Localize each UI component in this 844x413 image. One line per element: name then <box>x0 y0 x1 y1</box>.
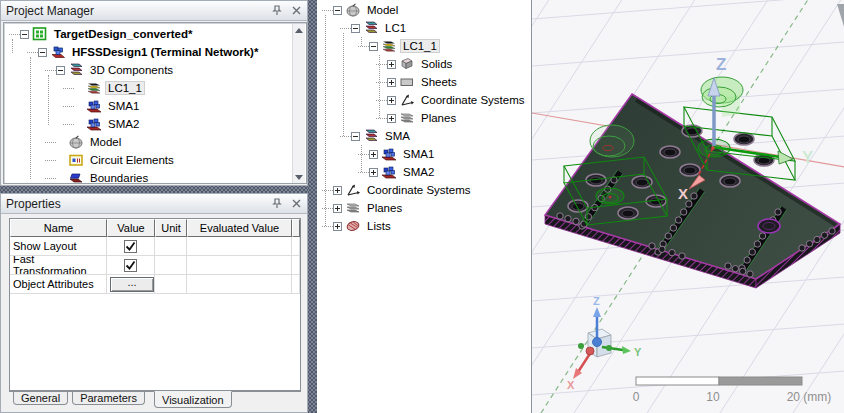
tree-item-targetdesign-converted[interactable]: TargetDesign_converted* <box>5 25 291 43</box>
expand-toggle-icon[interactable] <box>387 114 396 123</box>
project-manager-title: Project Manager <box>6 4 264 18</box>
tree-item-label: Coordinate Systems <box>365 184 473 196</box>
properties-tabs: GeneralParametersVisualization <box>9 391 301 411</box>
tree-connector <box>340 136 351 137</box>
x-axis-label: X <box>678 185 688 202</box>
tree-item-label: LC1 <box>383 22 408 34</box>
y-axis-label: Y <box>802 148 814 167</box>
lists-icon <box>345 219 362 233</box>
tree-item-model[interactable]: Model <box>5 133 291 151</box>
orientation-triad[interactable]: Z Y X <box>567 295 642 391</box>
collapse-toggle-icon[interactable] <box>369 42 378 51</box>
tree-item-circuit-elements[interactable]: Circuit Elements <box>5 151 291 169</box>
tree-item-sma1[interactable]: SMA1 <box>318 145 531 163</box>
tree-item-label: LC1_1 <box>106 82 144 94</box>
tree-connector <box>358 154 369 155</box>
viewport-corner-widget <box>837 4 844 30</box>
tree-connector <box>45 70 56 71</box>
collapse-toggle-icon[interactable] <box>38 48 47 57</box>
column-header-unit[interactable]: Unit <box>155 219 187 237</box>
tree-item-boundaries[interactable]: Boundaries <box>5 169 291 184</box>
tree-item-label: SMA2 <box>106 118 141 130</box>
tree-item-label: Coordinate Systems <box>419 94 527 106</box>
tree-item-sma[interactable]: SMA <box>318 127 531 145</box>
tree-connector <box>358 172 369 173</box>
expand-toggle-icon[interactable] <box>387 60 396 69</box>
tree-item-solids[interactable]: Solids <box>318 55 531 73</box>
tree-item-sheets[interactable]: Sheets <box>318 73 531 91</box>
project-manager-tree: TargetDesign_converted*HFSSDesign1 (Term… <box>3 22 307 184</box>
close-icon[interactable] <box>290 198 302 210</box>
tree-item-coordinate-systems[interactable]: Coordinate Systems <box>318 181 531 199</box>
expand-toggle-icon[interactable] <box>387 78 396 87</box>
scroll-up-button[interactable] <box>293 24 305 37</box>
fast-transformation-checkbox[interactable] <box>124 259 137 272</box>
column-header-value[interactable]: Value <box>107 219 155 237</box>
tree-connector <box>361 145 362 172</box>
tree-connector <box>45 142 56 143</box>
tree-item-planes[interactable]: Planes <box>318 109 531 127</box>
cs-icon <box>399 93 416 107</box>
expand-toggle-icon[interactable] <box>333 222 342 231</box>
layers-icon <box>381 39 398 53</box>
triad-x-label: X <box>567 379 575 391</box>
expand-toggle-icon[interactable] <box>333 186 342 195</box>
tree-connector <box>27 52 38 53</box>
tree-item-label: HFSSDesign1 (Terminal Network)* <box>70 46 260 58</box>
tree-item-label: SMA1 <box>106 100 141 112</box>
3d-viewport[interactable]: Z Y X Z Y X <box>531 0 844 413</box>
expand-toggle-icon[interactable] <box>369 168 378 177</box>
expand-toggle-icon[interactable] <box>387 96 396 105</box>
properties-titlebar[interactable]: Properties <box>1 194 307 214</box>
purple-pad <box>758 219 780 233</box>
property-unit <box>155 237 187 256</box>
project-tree-scrollbar[interactable] <box>292 24 305 184</box>
property-unit <box>155 256 187 275</box>
tree-item-coordinate-systems[interactable]: Coordinate Systems <box>318 91 531 109</box>
collapse-toggle-icon[interactable] <box>333 6 342 15</box>
property-row-fast-transformation: Fast Transformation <box>10 256 300 275</box>
expand-toggle-icon[interactable] <box>369 150 378 159</box>
tree-item-lc1[interactable]: LC1 <box>318 19 531 37</box>
object-attributes-button[interactable]: ... <box>110 277 154 292</box>
tree-item-sma2[interactable]: SMA2 <box>318 163 531 181</box>
project-manager-titlebar[interactable]: Project Manager <box>1 1 307 21</box>
collapse-toggle-icon[interactable] <box>351 24 360 33</box>
tree-item-label: Sheets <box>419 76 459 88</box>
tree-item-label: Circuit Elements <box>88 154 176 166</box>
tree-item-model[interactable]: Model <box>318 1 531 19</box>
properties-table: NameValueUnitEvaluated Value Show Layout… <box>9 218 301 391</box>
tree-item-lc1-1[interactable]: LC1_1 <box>318 37 531 55</box>
tree-item-label: TargetDesign_converted* <box>52 28 194 40</box>
tree-item-planes[interactable]: Planes <box>318 199 531 217</box>
expand-toggle-icon[interactable] <box>333 204 342 213</box>
pin-icon[interactable] <box>271 198 283 210</box>
collapse-toggle-icon[interactable] <box>351 132 360 141</box>
horizontal-splitter[interactable] <box>0 186 308 193</box>
collapse-toggle-icon[interactable] <box>20 30 29 39</box>
tree-item-label: Boundaries <box>88 172 150 184</box>
column-header-evaluated-value[interactable]: Evaluated Value <box>187 219 292 237</box>
vertical-splitter[interactable] <box>308 0 317 413</box>
tree-item-hfssdesign1-terminal-network[interactable]: HFSSDesign1 (Terminal Network)* <box>5 43 291 61</box>
tab-visualization[interactable]: Visualization <box>154 391 232 408</box>
hfss-application-window: { "project_manager": { "title": "Project… <box>0 0 844 413</box>
tree-connector <box>343 33 344 136</box>
scale-tick-0: 0 <box>633 390 640 404</box>
cs-icon <box>345 183 362 197</box>
collapse-toggle-icon[interactable] <box>56 66 65 75</box>
scroll-down-button[interactable] <box>293 171 305 184</box>
column-header-name[interactable]: Name <box>10 219 107 237</box>
triad-z-label: Z <box>593 295 600 307</box>
tree-connector <box>63 106 74 107</box>
tab-general[interactable]: General <box>13 392 68 405</box>
show-layout-checkbox[interactable] <box>124 240 137 253</box>
model-icon <box>68 135 85 149</box>
row-stub <box>292 237 300 256</box>
tree-item-lists[interactable]: Lists <box>318 217 531 235</box>
tab-parameters[interactable]: Parameters <box>72 392 145 405</box>
close-icon[interactable] <box>290 5 302 17</box>
pin-icon[interactable] <box>271 5 283 17</box>
tree-connector <box>63 124 74 125</box>
property-evaluated-value <box>187 256 292 275</box>
